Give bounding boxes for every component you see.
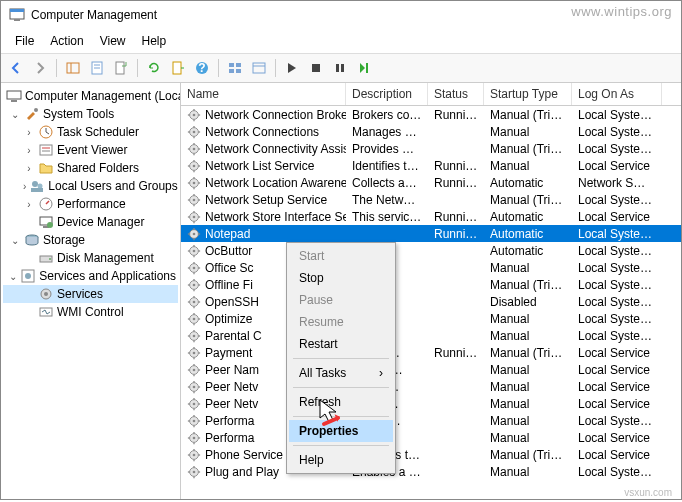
tree-shared-folders[interactable]: › Shared Folders	[3, 159, 178, 177]
table-row[interactable]: NotepadRunningAutomaticLocal Syste…	[181, 225, 681, 242]
stop-service-button[interactable]	[305, 57, 327, 79]
tree-label: Performance	[57, 197, 126, 211]
expand-icon[interactable]: ›	[23, 181, 26, 192]
expand-icon[interactable]: ⌄	[9, 235, 21, 246]
ctx-all-tasks[interactable]: All Tasks›	[289, 362, 393, 384]
ctx-resume[interactable]: Resume	[289, 311, 393, 333]
tree-device-manager[interactable]: Device Manager	[3, 213, 178, 231]
tree-label: Event Viewer	[57, 143, 127, 157]
pause-service-button[interactable]	[329, 57, 351, 79]
cell-startup: Automatic	[484, 244, 572, 258]
col-logon[interactable]: Log On As	[572, 83, 662, 105]
table-row[interactable]: Phone ServiceManages th…Manual (Trig…Loc…	[181, 446, 681, 463]
ctx-pause[interactable]: Pause	[289, 289, 393, 311]
table-row[interactable]: Paymentges pa…RunningManual (Trig…Local …	[181, 344, 681, 361]
properties-button[interactable]	[86, 57, 108, 79]
cell-startup: Manual	[484, 465, 572, 479]
tree-label: Device Manager	[57, 215, 144, 229]
tree-local-users[interactable]: › Local Users and Groups	[3, 177, 178, 195]
ctx-restart[interactable]: Restart	[289, 333, 393, 355]
tree-services[interactable]: Services	[3, 285, 178, 303]
col-status[interactable]: Status	[428, 83, 484, 105]
table-row[interactable]: Optimizethe c…ManualLocal Syste…	[181, 310, 681, 327]
ctx-separator	[293, 387, 389, 388]
table-row[interactable]: PerformaManualLocal Service	[181, 429, 681, 446]
filter-button[interactable]	[248, 57, 270, 79]
menu-file[interactable]: File	[7, 31, 42, 51]
menu-action[interactable]: Action	[42, 31, 91, 51]
cell-logon: Local Service	[572, 363, 662, 377]
table-row[interactable]: Peer Netves mul…ManualLocal Service	[181, 378, 681, 395]
ctx-start[interactable]: Start	[289, 245, 393, 267]
table-row[interactable]: Offline Fiffline …Manual (Trig…Local Sys…	[181, 276, 681, 293]
ctx-help[interactable]: Help	[289, 449, 393, 471]
service-name: Office Sc	[205, 261, 253, 275]
ctx-stop[interactable]: Stop	[289, 267, 393, 289]
cell-logon: Local Syste…	[572, 329, 662, 343]
cell-logon: Local Service	[572, 159, 662, 173]
table-row[interactable]: OpenSSHto ho…DisabledLocal Syste…	[181, 293, 681, 310]
table-row[interactable]: Network Connectivity Assis…Provides Dir……	[181, 140, 681, 157]
tree-pane[interactable]: Computer Management (Local ⌄ System Tool…	[1, 83, 181, 499]
back-button[interactable]	[5, 57, 27, 79]
cell-logon: Local Syste…	[572, 142, 662, 156]
tree-wmi[interactable]: WMI Control	[3, 303, 178, 321]
tree-system-tools[interactable]: ⌄ System Tools	[3, 105, 178, 123]
tree-performance[interactable]: › Performance	[3, 195, 178, 213]
gear-icon	[187, 397, 201, 411]
app-icon	[9, 7, 25, 23]
expand-icon[interactable]: ›	[23, 127, 35, 138]
expand-icon[interactable]: ⌄	[9, 271, 17, 282]
list-pane[interactable]: Name Description Status Startup Type Log…	[181, 83, 681, 499]
cell-description: This service …	[346, 210, 428, 224]
expand-icon[interactable]: ›	[23, 145, 35, 156]
table-row[interactable]: Peer Names serv…ManualLocal Service	[181, 361, 681, 378]
col-startup[interactable]: Startup Type	[484, 83, 572, 105]
export-button[interactable]	[110, 57, 132, 79]
table-row[interactable]: Performaes rem…ManualLocal Syste…	[181, 412, 681, 429]
tree-services-apps[interactable]: ⌄ Services and Applications	[3, 267, 178, 285]
svg-rect-1	[10, 9, 24, 12]
tree-task-scheduler[interactable]: › Task Scheduler	[3, 123, 178, 141]
table-row[interactable]: Network List ServiceIdentifies th…Runnin…	[181, 157, 681, 174]
svg-rect-21	[366, 63, 368, 73]
tree-root[interactable]: Computer Management (Local	[3, 87, 178, 105]
start-service-button[interactable]	[281, 57, 303, 79]
table-row[interactable]: Plug and PlayEnables a c…ManualLocal Sys…	[181, 463, 681, 480]
expand-icon[interactable]: ⌄	[9, 109, 21, 120]
table-row[interactable]: Network ConnectionsManages o…ManualLocal…	[181, 123, 681, 140]
table-row[interactable]: Network Connection BrokerBrokers con…Run…	[181, 106, 681, 123]
table-row[interactable]: Parental Ces pa…ManualLocal Syste…	[181, 327, 681, 344]
svg-rect-14	[229, 69, 234, 73]
clock-icon	[38, 124, 54, 140]
cell-logon: Local Syste…	[572, 125, 662, 139]
list-body: Network Connection BrokerBrokers con…Run…	[181, 106, 681, 480]
service-name: OcButtor	[205, 244, 252, 258]
tree-disk-management[interactable]: Disk Management	[3, 249, 178, 267]
table-row[interactable]: Peer Netvles ide…ManualLocal Service	[181, 395, 681, 412]
forward-button[interactable]	[29, 57, 51, 79]
restart-service-button[interactable]	[353, 57, 375, 79]
expand-icon[interactable]: ›	[23, 163, 35, 174]
show-hide-button[interactable]	[62, 57, 84, 79]
table-row[interactable]: OcButtorAutomaticLocal Syste…	[181, 242, 681, 259]
tree-storage[interactable]: ⌄ Storage	[3, 231, 178, 249]
cell-description: The Networ…	[346, 193, 428, 207]
expand-icon[interactable]: ›	[23, 199, 35, 210]
menu-help[interactable]: Help	[134, 31, 175, 51]
table-row[interactable]: Network Store Interface Ser…This service…	[181, 208, 681, 225]
gear-icon	[187, 448, 201, 462]
col-name[interactable]: Name	[181, 83, 346, 105]
table-row[interactable]: Office Scinstall…ManualLocal Syste…	[181, 259, 681, 276]
export-list-button[interactable]	[167, 57, 189, 79]
menu-view[interactable]: View	[92, 31, 134, 51]
table-row[interactable]: Network Location AwarenessCollects an…Ru…	[181, 174, 681, 191]
ctx-refresh[interactable]: Refresh	[289, 391, 393, 413]
tree-event-viewer[interactable]: › Event Viewer	[3, 141, 178, 159]
view-button[interactable]	[224, 57, 246, 79]
refresh-button[interactable]	[143, 57, 165, 79]
help-toolbar-button[interactable]: ?	[191, 57, 213, 79]
table-row[interactable]: Network Setup ServiceThe Networ…Manual (…	[181, 191, 681, 208]
col-description[interactable]: Description	[346, 83, 428, 105]
ctx-properties[interactable]: Properties	[289, 420, 393, 442]
